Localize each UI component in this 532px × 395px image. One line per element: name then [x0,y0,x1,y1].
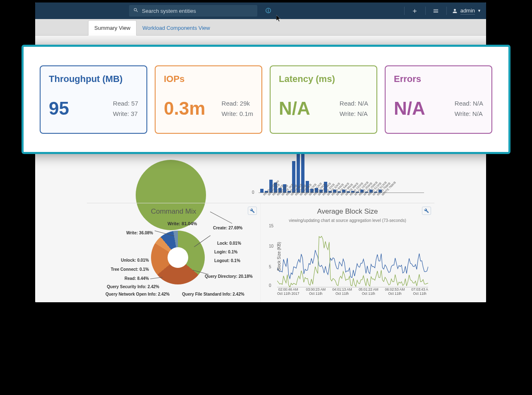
tab-workload-components-view[interactable]: Workload Components View [137,21,216,35]
iops-title: IOPs [164,74,253,84]
cmd-treeconn-label: Tree Connect: 0.1% [99,267,149,272]
panel-settings-button[interactable] [422,207,431,215]
command-mix-chart: Write: 36.08% Create: 27.69% Lock: 0.01%… [91,218,256,302]
user-icon [452,8,458,14]
cmd-write-label: Write: 36.08% [103,231,153,235]
info-icon[interactable]: ⓘ [266,7,271,14]
iops-write: Write: 0.1m [222,108,253,119]
metrics-highlight: Throughput (MB) 95 Read: 57 Write: 37 IO… [22,45,510,154]
menu-button[interactable] [431,8,441,14]
topbar: ⓘ admin ▼ [35,2,486,19]
add-button[interactable] [410,8,420,14]
tabs-bar: Summary View Workload Components View [35,19,486,36]
user-menu[interactable]: admin ▼ [452,7,481,14]
avg-y-0: 0 [269,283,271,288]
iops-read: Read: 29k [222,98,253,109]
avg-block-plot: Block Size (KB) 15 10 5 0 [277,225,428,287]
cmd-read-label: Read: 8.44% [108,276,149,281]
errors-title: Errors [394,74,483,84]
cmd-qsec-label: Query Security Info: 2.42% [93,284,159,289]
avg-block-ylabel: Block Size (KB) [277,242,281,270]
avg-y-5: 5 [269,265,271,269]
separator [404,7,405,15]
search-icon [133,7,139,14]
command-mix-panel: Command Mix Write: 36.08% Create: 27.69%… [87,203,261,302]
cmd-login-label: Login: 0.1% [214,250,237,254]
throughput-read: Read: 57 [113,98,138,109]
panel-settings-button[interactable] [248,207,257,215]
metric-card-latency: Latency (ms) N/A Read: N/A Write: N/A [270,65,377,134]
errors-write: Write: N/A [455,108,483,119]
latency-title: Latency (ms) [279,74,368,84]
separator [446,7,447,15]
separator [425,7,426,15]
iops-value: 0.3m [164,99,205,118]
throughput-title: Throughput (MB) [49,74,138,84]
block-y-zero: 0 [252,190,254,195]
avg-x-tick: 07:03:43 AOct 11th [411,287,428,296]
search-container [129,5,257,17]
cmd-qnetopen-label: Query Network Open Info: 2.42% [99,292,170,296]
errors-value: N/A [394,99,425,118]
search-input[interactable] [142,8,253,14]
cmd-qfilestd-label: Query File Standard Info: 2.42% [182,292,244,296]
cmd-lock-label: Lock: 0.01% [217,241,241,246]
avg-y-15: 15 [269,224,273,228]
avg-x-tick: 06:02:53 AMOct 11th [385,287,405,296]
latency-read: Read: N/A [340,98,368,109]
tab-summary-view[interactable]: Summary View [88,20,137,36]
block-bar [260,189,264,193]
cmd-querydir-label: Query Directory: 20.18% [205,274,253,279]
avg-block-svg [277,225,428,287]
avg-y-10: 10 [269,244,273,248]
cmd-create-label: Create: 27.69% [213,226,242,230]
throughput-value: 95 [49,99,69,118]
avg-block-title: Average Block Size [265,207,430,216]
avg-block-subtitle: viewing/updating chart at source aggrega… [265,218,430,223]
avg-block-xaxis: 02:00:46 AMOct 11th 201703:00:23 AMOct 1… [277,287,428,296]
avg-x-tick: 02:00:46 AMOct 11th 2017 [277,287,299,296]
command-mix-donut [151,231,205,284]
avg-x-tick: 05:01:22 AMOct 11th [359,287,379,296]
avg-block-size-panel: Average Block Size viewing/updating char… [261,203,434,302]
lower-charts-row: Command Mix Write: 36.08% Create: 27.69%… [87,203,434,302]
throughput-write: Write: 37 [113,108,138,119]
cmd-logout-label: Logout: 0.1% [214,258,240,263]
command-mix-title: Command Mix [91,207,256,216]
caret-down-icon: ▼ [477,9,481,13]
avg-block-chart: viewing/updating chart at source aggrega… [265,218,430,302]
metric-card-errors: Errors N/A Read: N/A Write: N/A [385,65,492,134]
donut-hole [168,247,188,268]
latency-write: Write: N/A [340,108,368,119]
metric-card-iops: IOPs 0.3m Read: 29k Write: 0.1m [155,65,262,134]
metric-card-throughput: Throughput (MB) 95 Read: 57 Write: 37 [40,65,147,134]
username-label: admin [460,7,475,14]
errors-read: Read: N/A [455,98,483,109]
latency-value: N/A [279,99,310,118]
avg-x-tick: 04:01:13 AMOct 11th [332,287,352,296]
cmd-unlock-label: Unlock: 0.01% [108,258,149,263]
avg-x-tick: 03:00:23 AMOct 11th [306,287,326,296]
